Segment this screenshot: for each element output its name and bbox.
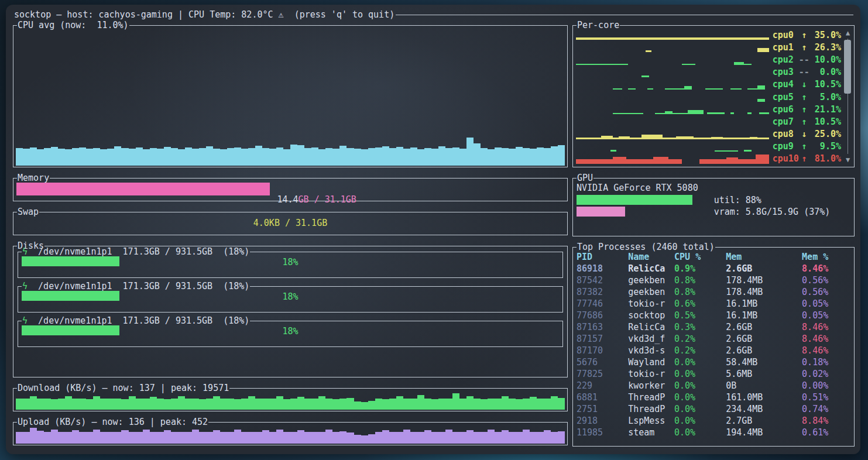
upload-history-bar (424, 430, 431, 444)
process-row[interactable]: 77686socktop0.5%16.1MB0.05% (577, 310, 848, 321)
process-row[interactable]: 87382geekben0.8%178.4MB0.56% (577, 286, 848, 298)
upload-history-bar (551, 432, 558, 444)
cpu-avg-panel: CPU avg (now: 11.0%) (13, 26, 568, 167)
process-row[interactable]: 87163RelicCa0.3%2.6GB8.46% (577, 321, 848, 333)
per-core-scrollbar[interactable]: ▲ ▼ (843, 29, 852, 164)
upload-history-bar (509, 432, 516, 444)
process-mem: 2.6GB (726, 321, 802, 333)
sparkline-segment (734, 62, 743, 65)
process-cpu: 0.6% (674, 298, 726, 310)
download-history-bar (192, 399, 199, 410)
disk-list: ϟ /dev/nvme1n1p1 171.3GB / 931.5GB (18%)… (18, 252, 563, 356)
sparkline-segment (576, 37, 769, 40)
process-mem: 178.4MB (726, 286, 802, 298)
download-history-bar (368, 401, 375, 410)
upload-history-bar (213, 430, 220, 444)
sparkline-segment (705, 88, 723, 90)
process-mem-percent: 0.56% (802, 274, 848, 286)
process-pid: 77686 (577, 310, 628, 321)
trend-up-icon: ↑ (799, 153, 809, 164)
download-history-bar (438, 399, 445, 410)
upload-history-bar (354, 435, 361, 444)
process-row[interactable]: 86918RelicCa0.9%2.6GB8.46% (577, 263, 848, 274)
process-name: kworker (628, 380, 674, 392)
download-history-bar (445, 399, 452, 410)
process-row[interactable]: 5676Wayland0.0%58.4MB0.18% (577, 356, 848, 368)
process-row[interactable]: 77825tokio-r0.0%5.6MB0.02% (577, 368, 848, 380)
download-history-bar (16, 399, 23, 410)
cpu-history-bar (516, 147, 523, 166)
swap-usage-label: 4.0KB / 31.1GB (13, 218, 567, 228)
upload-history-bar (58, 432, 65, 444)
sparkline-segment (601, 136, 613, 139)
cpu-history-bar (346, 148, 354, 166)
process-mem-percent: 0.00% (802, 380, 848, 392)
download-history-bar (58, 399, 65, 410)
process-row[interactable]: 6881ThreadP0.0%161.0MB0.51% (577, 392, 848, 403)
disk-path: /dev/nvme1n1p1 (28, 282, 112, 291)
upload-history-bar (488, 430, 495, 444)
cpu-history-bar (311, 147, 318, 166)
gpu-name: NVIDIA GeForce RTX 5080 (577, 182, 850, 194)
core-label: cpu7↑10.5% (773, 116, 841, 127)
scroll-down-icon[interactable]: ▼ (843, 156, 852, 164)
download-history-bar (361, 402, 368, 410)
core-sparkline (576, 53, 769, 66)
core-label: cpu8↓25.0% (773, 129, 841, 139)
core-row-cpu4: cpu4↓10.5% (576, 78, 841, 91)
download-history-bar (234, 399, 241, 410)
process-row[interactable]: 2751ThreadP0.0%234.4MB0.74% (577, 403, 848, 415)
cpu-history-bar (325, 148, 332, 166)
upload-chart (16, 428, 565, 444)
process-cpu: 0.9% (674, 263, 726, 274)
lightning-icon: ϟ (22, 282, 28, 291)
core-sparkline (576, 41, 769, 53)
download-history-bar (143, 399, 150, 410)
download-history-bar (262, 399, 269, 410)
core-row-cpu3: cpu3-- 0.0% (576, 66, 841, 78)
upload-history-bar (248, 432, 255, 444)
process-row[interactable]: 87542geekben0.8%178.4MB0.56% (577, 274, 848, 286)
upload-history-bar (311, 432, 318, 444)
sparkline-segment (757, 85, 765, 90)
sparkline-segment (744, 150, 752, 152)
process-row[interactable]: 87157vkd3d_f0.2%2.6GB8.46% (577, 333, 848, 345)
upload-history-bar (361, 435, 368, 444)
download-history-bar (23, 399, 30, 410)
cpu-history-bar (30, 147, 37, 166)
process-row[interactable]: 11985steam0.0%194.4MB0.61% (577, 427, 848, 438)
process-mem-percent: 0.05% (802, 310, 848, 321)
sparkline-segment (613, 157, 626, 164)
header-memp: Mem % (802, 251, 848, 263)
download-history-bar (389, 399, 396, 410)
upload-history-bar (403, 430, 410, 444)
download-history-bar (65, 396, 72, 410)
download-history-bar (382, 399, 389, 410)
cpu-history-bar (58, 149, 65, 166)
core-row-cpu6: cpu6↑21.1% (576, 103, 841, 115)
process-row[interactable]: 87170vkd3d-s0.2%2.6GB8.46% (577, 345, 848, 356)
memory-title: Memory (17, 174, 50, 183)
process-row[interactable]: 2918LspMess0.0%2.7GB8.84% (577, 415, 848, 427)
core-usage-value: 9.5% (809, 141, 841, 152)
top-processes-title: Top Processes (2460 total) (577, 243, 715, 252)
sparkline-segment (699, 159, 726, 164)
core-name: cpu1 (773, 42, 799, 53)
scroll-up-icon[interactable]: ▲ (843, 29, 852, 37)
scrollbar-thumb[interactable] (844, 40, 851, 94)
download-history-bar (459, 399, 466, 410)
download-history-bar (290, 399, 297, 410)
cpu-history-bar (431, 149, 438, 166)
sparkline-segment (682, 64, 695, 65)
download-history-bar (199, 399, 206, 410)
sparkline-segment (730, 112, 735, 114)
process-row[interactable]: 229kworker0.0%0B0.00% (577, 380, 848, 392)
process-cpu: 0.0% (674, 368, 726, 380)
download-history-bar (297, 397, 304, 410)
gpu-vram-label: vram: 5.8G/15.9G (37%) (708, 207, 831, 217)
process-row[interactable]: 77746tokio-r0.6%16.1MB0.05% (577, 298, 848, 310)
core-name: cpu9 (773, 141, 799, 152)
upload-history-bar (396, 432, 403, 444)
header-mem: Mem (726, 251, 802, 263)
sparkline-segment (641, 75, 649, 77)
